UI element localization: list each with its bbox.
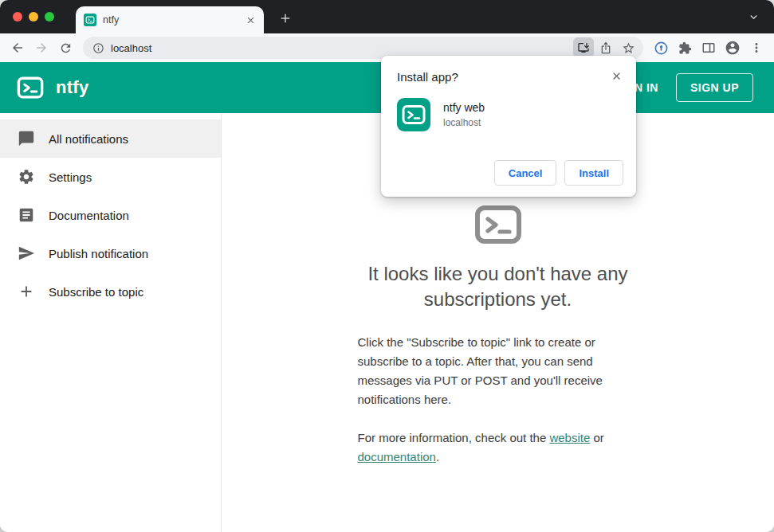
- dialog-app-info: ntfy web localhost: [397, 98, 620, 131]
- close-window-button[interactable]: [13, 12, 22, 22]
- chat-bubble-icon: [18, 130, 35, 147]
- sidebar-item-label: Publish notification: [49, 247, 148, 260]
- dialog-app-origin: localhost: [443, 117, 485, 128]
- ntfy-favicon-icon: [84, 14, 96, 26]
- sign-up-button[interactable]: SIGN UP: [676, 73, 753, 102]
- links-paragraph-suffix: .: [436, 450, 439, 464]
- send-icon: [18, 244, 35, 262]
- empty-state-heading: It looks like you don't have any subscri…: [335, 261, 662, 312]
- links-paragraph-middle: or: [590, 431, 604, 444]
- sidebar-item-publish-notification[interactable]: Publish notification: [0, 234, 221, 272]
- tab-close-icon[interactable]: [243, 13, 257, 27]
- profile-avatar[interactable]: [721, 37, 744, 59]
- empty-state-paragraph: Click the "Subscribe to topic" link to c…: [358, 333, 638, 409]
- minimize-window-button[interactable]: [29, 12, 38, 22]
- install-app-dialog: Install app? ntfy web localhost Cancel I…: [381, 56, 636, 197]
- website-link[interactable]: website: [549, 431, 590, 444]
- browser-tab[interactable]: ntfy: [76, 6, 264, 33]
- side-panel-icon[interactable]: [697, 37, 720, 59]
- ntfy-app-icon: [397, 98, 430, 131]
- brand-title: ntfy: [56, 77, 89, 98]
- sidebar-item-all-notifications[interactable]: All notifications: [0, 119, 221, 158]
- sidebar-item-label: Settings: [49, 170, 92, 184]
- plus-icon: [18, 283, 35, 300]
- url-text[interactable]: localhost: [111, 42, 565, 54]
- documentation-link[interactable]: documentation: [358, 450, 436, 464]
- ntfy-logo-icon: [16, 73, 45, 102]
- empty-state-text: Click the "Subscribe to topic" link to c…: [358, 333, 638, 467]
- sidebar-item-documentation[interactable]: Documentation: [0, 196, 221, 234]
- tab-strip: ntfy: [0, 0, 774, 33]
- article-icon: [18, 206, 35, 224]
- dialog-close-icon[interactable]: [607, 67, 625, 84]
- cancel-button[interactable]: Cancel: [494, 160, 557, 186]
- install-button[interactable]: Install: [564, 160, 623, 186]
- links-paragraph-prefix: For more information, check out the: [358, 431, 550, 444]
- back-button[interactable]: [6, 37, 29, 59]
- reload-button[interactable]: [54, 37, 77, 59]
- forward-button[interactable]: [30, 37, 53, 59]
- password-manager-extension-icon[interactable]: [650, 37, 672, 59]
- dialog-title: Install app?: [397, 70, 620, 84]
- extensions-puzzle-icon[interactable]: [674, 37, 696, 59]
- gear-icon: [18, 168, 35, 186]
- terminal-icon: [473, 199, 524, 250]
- traffic-lights: [13, 12, 54, 22]
- tab-search-chevron-icon[interactable]: [744, 7, 763, 26]
- tab-title: ntfy: [103, 14, 243, 25]
- dialog-buttons: Cancel Install: [494, 160, 623, 186]
- dialog-app-text: ntfy web localhost: [443, 101, 485, 128]
- browser-window: ntfy localhost: [0, 0, 774, 532]
- sidebar-item-label: Subscribe to topic: [49, 285, 143, 299]
- browser-menu-kebab-icon[interactable]: [745, 37, 768, 59]
- sidebar-item-subscribe-to-topic[interactable]: Subscribe to topic: [0, 272, 221, 311]
- sidebar-item-label: All notifications: [49, 132, 128, 146]
- new-tab-button[interactable]: [274, 7, 297, 29]
- sidebar-item-settings[interactable]: Settings: [0, 158, 221, 196]
- sidebar: All notifications Settings Documentation…: [0, 113, 222, 532]
- empty-state-links-paragraph: For more information, check out the webs…: [358, 428, 638, 467]
- dialog-app-name: ntfy web: [443, 101, 485, 114]
- site-info-icon[interactable]: [92, 42, 104, 54]
- zoom-window-button[interactable]: [45, 12, 54, 22]
- sidebar-item-label: Documentation: [49, 209, 129, 222]
